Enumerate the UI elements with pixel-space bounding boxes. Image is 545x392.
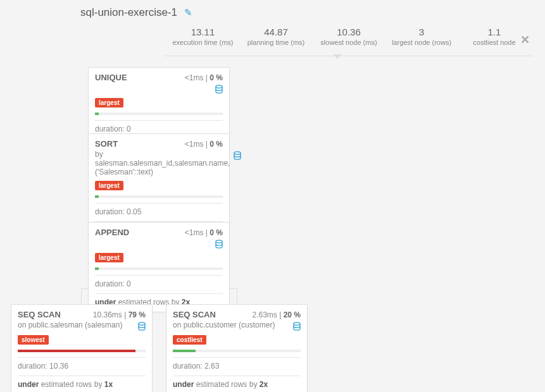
progress-fill (95, 113, 99, 115)
tag-largest: largest (95, 98, 123, 107)
database-icon (215, 85, 223, 94)
duration-text: duration: 0.05 (89, 204, 229, 216)
svg-point-4 (294, 322, 300, 325)
node-name: APPEND (95, 228, 129, 237)
duration-text: duration: 0 (89, 121, 229, 133)
indicator-arrow-icon (333, 54, 342, 59)
stat-label: execution time (ms) (173, 39, 234, 46)
progress-fill (95, 195, 99, 198)
progress-bar (18, 350, 146, 352)
stat-slowest: 10.36 slowest node (ms) (318, 27, 379, 46)
stat-costliest: 1.1 costliest node (464, 27, 524, 46)
node-name: SORT (95, 139, 118, 149)
node-subtitle: by salesman.salesman_id,salesman.name,('… (95, 150, 234, 176)
stat-label: largest node (rows) (391, 39, 451, 46)
tag-largest: largest (95, 181, 123, 190)
duration-text: duration: 2.63 (166, 358, 307, 371)
close-icon[interactable]: ✕ (520, 33, 530, 47)
stats-bar: 13.11 execution time (ms) 44.87 planning… (165, 27, 532, 56)
tag-costliest: costliest (173, 335, 206, 345)
plan-node-seqscan-salesman[interactable]: SEQ SCAN 10.36ms | 79 % on public.salesm… (11, 304, 153, 392)
plan-node-append[interactable]: APPEND <1ms | 0 % largest duration: 0 un… (88, 222, 230, 312)
stat-value: 1.1 (464, 27, 524, 37)
node-timing: <1ms | 0 % (185, 228, 223, 237)
estimate-text: under estimated rows by 1x (11, 376, 152, 392)
svg-point-1 (234, 152, 241, 154)
node-timing: 10.36ms | 79 % (93, 310, 146, 319)
svg-point-3 (139, 322, 145, 325)
node-name: UNIQUE (95, 73, 127, 82)
node-subtitle: on public.salesman (salesman) (18, 321, 138, 329)
page-title: sql-union-exercise-1 (80, 6, 177, 18)
database-icon (234, 151, 241, 160)
stat-value: 44.87 (246, 27, 306, 37)
svg-point-2 (216, 240, 222, 243)
node-timing: <1ms | 0 % (185, 73, 223, 82)
tag-slowest: slowest (18, 335, 49, 345)
database-icon (138, 322, 146, 331)
duration-text: duration: 10.36 (11, 358, 152, 371)
progress-bar (95, 195, 223, 198)
node-name: SEQ SCAN (18, 310, 61, 319)
node-timing: 2.63ms | 20 % (252, 310, 301, 319)
estimate-text: under estimated rows by 2x (166, 376, 307, 392)
stat-largest: 3 largest node (rows) (391, 27, 451, 46)
database-icon (293, 322, 301, 331)
tag-largest: largest (95, 253, 123, 262)
edit-icon[interactable]: ✎ (184, 7, 192, 18)
node-subtitle: on public.customer (customer) (173, 321, 293, 329)
plan-node-seqscan-customer[interactable]: SEQ SCAN 2.63ms | 20 % on public.custome… (166, 304, 308, 392)
progress-bar (173, 350, 301, 352)
node-name: SEQ SCAN (173, 310, 216, 319)
duration-text: duration: 0 (89, 276, 229, 288)
svg-point-0 (216, 85, 222, 88)
progress-fill (18, 350, 135, 352)
stat-label: slowest node (ms) (318, 39, 379, 46)
stat-plan-time: 44.87 planning time (ms) (246, 27, 306, 46)
stat-exec-time: 13.11 execution time (ms) (173, 27, 234, 46)
database-icon (215, 240, 223, 248)
progress-bar (95, 267, 223, 270)
progress-fill (95, 267, 99, 270)
stat-value: 13.11 (173, 27, 234, 37)
progress-bar (95, 113, 223, 115)
stat-value: 10.36 (318, 27, 379, 37)
stat-label: costliest node (464, 39, 524, 46)
node-timing: <1ms | 0 % (185, 140, 223, 149)
progress-fill (173, 350, 196, 352)
stat-label: planning time (ms) (246, 39, 306, 46)
stat-value: 3 (391, 27, 451, 37)
